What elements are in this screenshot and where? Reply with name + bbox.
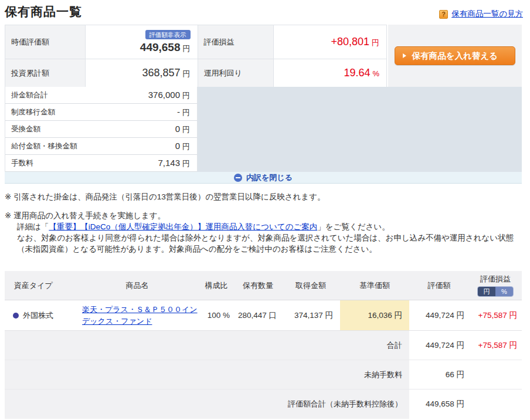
product-name-cell: 楽天・プラス・Ｓ＆Ｐ５００インデックス・ファンド <box>76 300 198 330</box>
detail-row-contributions: 掛金額合計 376,000円 <box>5 87 197 104</box>
ratio-cell: 100 % <box>198 300 235 330</box>
summary-detail-table: 掛金額合計 376,000円 制度移行金額 -円 受換金額 0円 給付金額・移換… <box>5 87 198 172</box>
total-pl: +75,587 円 <box>469 331 522 360</box>
header-pl: 評価損益 円 % <box>469 274 522 297</box>
nav-cell: 16,036 円 <box>340 300 409 330</box>
pl-toggle-percent-button[interactable]: % <box>495 287 513 296</box>
quantity-cell: 280,447 口 <box>235 300 281 330</box>
market-value-label: 時価評価額 <box>5 25 86 59</box>
swap-button-panel: 保有商品を入れ替える <box>388 25 522 87</box>
total-row: 合計 449,724 円 +75,587 円 <box>5 331 522 360</box>
note-swap-line1: ※ 運用商品の入れ替え手続きを実施します。 <box>5 210 525 221</box>
pl-value: +80,801 <box>331 36 369 48</box>
cost-cell: 374,137 円 <box>281 300 340 330</box>
total-after-fee-value: 449,658 円 <box>409 389 469 419</box>
holdings-page: 保有商品一覧 ? 保有商品一覧の見方 時価評価額 評価額非表示 449,658円… <box>0 0 530 420</box>
note-deduction: ※ 引落された掛金は、商品発注（引落日の13営業日後）の翌営業日以降に反映されま… <box>5 191 525 202</box>
unpaid-fee-row: 未納手数料 66 円 <box>5 360 522 389</box>
yield-cell: 19.64% <box>274 59 387 87</box>
detail-row-benefits: 給付金額・移換金額 0円 <box>5 138 197 155</box>
asset-type-cell: 外国株式 <box>5 300 76 330</box>
invested-total-cell: 368,857円 <box>86 59 198 87</box>
header-nav: 基準価額 <box>340 280 409 291</box>
value-cell: 449,724 円 <box>409 300 469 330</box>
help-area: ? 保有商品一覧の見方 <box>439 9 523 19</box>
close-breakdown-label: 内訳を閉じる <box>246 172 293 183</box>
header-asset-type: 資産タイプ <box>5 280 76 291</box>
pl-label: 評価損益 <box>198 25 274 59</box>
total-after-fee-pl-empty <box>469 389 522 419</box>
summary-table: 時価評価額 評価額非表示 449,658円 評価損益 +80,801円 投資累計… <box>5 25 387 87</box>
header-ratio: 構成比 <box>198 280 235 291</box>
unpaid-fee-pl-empty <box>469 360 522 389</box>
fund-link[interactable]: 楽天・プラス・Ｓ＆Ｐ５００インデックス・ファンド <box>82 304 198 327</box>
arrow-right-icon <box>403 53 406 58</box>
unpaid-fee-label: 未納手数料 <box>5 360 409 389</box>
note-swap-detail: 詳細は「【重要】【iDeCo（個人型確定拠出年金）】運用商品入替についてのご案内… <box>5 221 525 232</box>
header-value: 評価額 <box>409 280 469 291</box>
total-after-fee-row: 評価額合計（未納手数料控除後） 449,658 円 <box>5 389 522 419</box>
detail-row-received: 受換金額 0円 <box>5 121 197 138</box>
asset-type-bullet-icon <box>13 313 19 319</box>
header-quantity: 保有数量 <box>235 280 281 291</box>
pl-cell-row: +75,587 円 <box>469 300 522 330</box>
holding-row: 外国株式 楽天・プラス・Ｓ＆Ｐ５００インデックス・ファンド 100 % 280,… <box>5 300 522 331</box>
detail-row-fees: 手数料 7,143円 <box>5 155 197 172</box>
close-breakdown-toggle[interactable]: 内訳を閉じる <box>5 172 522 184</box>
header-cost: 取得金額 <box>281 280 340 291</box>
market-value: 449,658 <box>140 41 181 53</box>
unpaid-fee-value: 66 円 <box>409 360 469 389</box>
yield-label: 運用利回り <box>198 59 274 87</box>
pl-toggle-yen-button[interactable]: 円 <box>478 287 495 296</box>
total-after-fee-label: 評価額合計（未納手数料控除後） <box>5 389 409 419</box>
note-swap-procedure: ※ 運用商品の入れ替え手続きを実施します。 詳細は「【重要】【iDeCo（個人型… <box>5 210 525 255</box>
yield-value: 19.64 <box>344 67 370 79</box>
total-label: 合計 <box>5 331 409 360</box>
summary-background-panel <box>198 87 522 172</box>
invested-total: 368,857 <box>142 67 180 79</box>
detail-row-transfer: 制度移行金額 -円 <box>5 104 197 121</box>
hide-valuation-badge[interactable]: 評価額非表示 <box>145 30 191 40</box>
swap-holdings-button[interactable]: 保有商品を入れ替える <box>395 46 515 65</box>
pl-unit-toggle: 円 % <box>477 286 514 297</box>
invested-total-label: 投資累計額 <box>5 59 86 87</box>
holdings-table: 資産タイプ 商品名 構成比 保有数量 取得金額 基準価額 評価額 評価損益 円 … <box>5 271 522 419</box>
help-link[interactable]: 保有商品一覧の見方 <box>451 9 523 19</box>
market-value-cell: 評価額非表示 449,658円 <box>86 25 198 59</box>
holdings-header-row: 資産タイプ 商品名 構成比 保有数量 取得金額 基準価額 評価額 評価損益 円 … <box>5 271 522 300</box>
header-product-name: 商品名 <box>76 280 198 291</box>
question-icon[interactable]: ? <box>439 10 448 19</box>
minus-circle-icon <box>234 174 242 182</box>
pl-cell: +80,801円 <box>274 25 387 59</box>
ideco-guide-link[interactable]: 【重要】【iDeCo（個人型確定拠出年金）】運用商品入替についてのご案内 <box>49 222 317 231</box>
page-title: 保有商品一覧 <box>5 4 82 20</box>
note-swap-body: なお、対象のお客様より同意が得られた場合は除外となりますが、対象商品を選択されて… <box>5 232 525 255</box>
total-value: 449,724 円 <box>409 331 469 360</box>
